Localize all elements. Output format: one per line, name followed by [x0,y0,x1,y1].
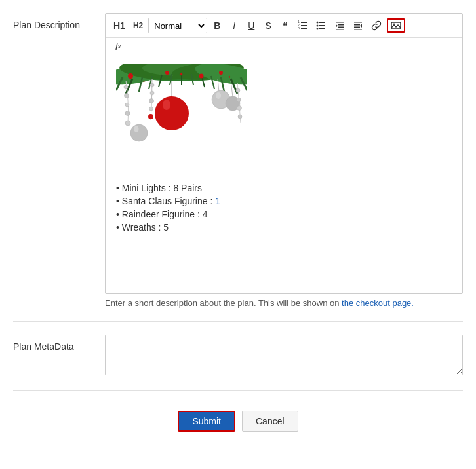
svg-point-44 [165,71,169,75]
cancel-button[interactable]: Cancel [242,411,298,432]
svg-point-47 [124,85,128,89]
svg-marker-16 [336,24,338,28]
svg-point-52 [150,83,154,87]
list-item: Wreaths : 5 [116,221,452,234]
plan-metadata-label: Plan MetaData [13,335,105,377]
svg-point-45 [219,71,223,75]
svg-rect-12 [336,22,344,23]
svg-text:✦: ✦ [228,75,231,79]
svg-rect-13 [336,29,344,30]
svg-point-55 [149,107,153,111]
svg-point-7 [317,25,319,27]
hint-text: Enter a short description about the plan… [105,298,463,308]
svg-marker-21 [360,24,362,28]
svg-point-54 [149,99,154,103]
svg-point-68 [238,115,242,119]
christmas-decoration-svg: ✦ ✦ ✦ [116,64,247,169]
svg-point-6 [317,22,319,24]
format-select[interactable]: Normal Heading 1 Heading 2 Heading 3 [148,18,207,33]
list-item: Raindeer Figurine : 4 [116,208,452,221]
svg-text:✦: ✦ [179,71,184,77]
svg-text:✦: ✦ [142,79,146,83]
h1-button[interactable]: H1 [111,18,128,33]
italic-button[interactable]: I [227,18,241,33]
christmas-image: ✦ ✦ ✦ [116,64,452,171]
svg-point-59 [163,100,170,110]
bold-button[interactable]: B [210,18,224,33]
svg-point-56 [148,114,153,119]
svg-point-67 [237,106,242,111]
section-divider [13,321,463,322]
plan-metadata-field [105,335,463,377]
submit-button[interactable]: Submit [178,411,235,432]
svg-point-69 [130,124,148,141]
clear-format-button[interactable]: Ix [111,39,125,54]
list-item: Mini Lights : 8 Pairs [116,181,452,195]
editor-toolbar: H1 H2 Normal Heading 1 Heading 2 Heading… [106,14,462,38]
rich-text-editor: H1 H2 Normal Heading 1 Heading 2 Heading… [105,13,463,294]
blockquote-button[interactable]: ❝ [278,18,292,33]
unordered-list-button[interactable] [313,18,329,33]
ordered-list-button[interactable]: 123 [295,18,311,33]
svg-point-8 [317,28,319,30]
link-button[interactable] [368,18,384,33]
image-button[interactable] [387,18,405,33]
svg-rect-1 [301,25,307,26]
underline-button[interactable]: U [244,18,258,33]
plan-metadata-row: Plan MetaData [13,335,463,377]
strikethrough-button[interactable]: S [261,18,275,33]
plan-description-row: Plan Description H1 H2 Normal Heading 1 … [13,13,463,308]
editor-content[interactable]: ✦ ✦ ✦ Mini Lights : 8 Pairs Santa Claus … [106,58,462,293]
indent-left-button[interactable] [350,18,366,33]
svg-rect-9 [319,22,325,23]
svg-rect-0 [301,22,307,23]
svg-point-53 [150,91,154,95]
svg-point-49 [125,103,129,107]
svg-rect-18 [354,29,362,30]
svg-rect-11 [319,28,325,29]
plan-description-label: Plan Description [13,13,105,308]
form-footer: Submit Cancel [13,404,463,438]
svg-text:3: 3 [298,26,300,30]
svg-point-62 [216,92,221,99]
footer-divider [13,390,463,391]
svg-rect-10 [319,25,325,26]
svg-rect-2 [301,28,307,29]
svg-point-48 [125,94,129,98]
list-item: Santa Claus Figurine : 1 [116,195,452,208]
plan-description-field: H1 H2 Normal Heading 1 Heading 2 Heading… [105,13,463,308]
svg-point-50 [125,111,130,116]
svg-point-65 [236,88,240,92]
content-bullet-list: Mini Lights : 8 Pairs Santa Claus Figuri… [116,181,452,234]
metadata-input[interactable] [105,335,463,375]
svg-point-66 [237,98,241,102]
svg-point-70 [134,126,139,132]
svg-rect-20 [354,27,360,28]
svg-rect-15 [338,27,344,28]
svg-rect-14 [338,24,344,26]
h2-button[interactable]: H2 [130,18,146,33]
svg-point-46 [199,74,204,79]
editor-toolbar-row2: Ix [106,38,462,58]
indent-right-button[interactable] [332,18,347,33]
svg-rect-19 [354,24,360,26]
svg-point-43 [128,73,133,79]
svg-point-58 [155,96,189,130]
svg-rect-17 [354,22,362,23]
svg-point-51 [125,121,130,126]
